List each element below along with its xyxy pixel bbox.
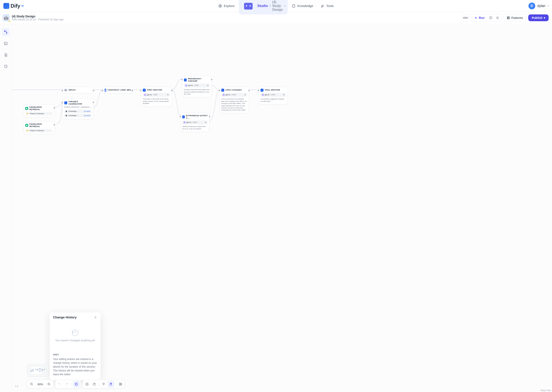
left-rail xyxy=(0,24,11,392)
logo-cursor-icon xyxy=(21,6,24,6)
svg-rect-6 xyxy=(507,17,508,18)
node-variable-aggregator[interactable]: xVARIABLE AGGREGATOR ASSIGN VARIABLESarr… xyxy=(62,99,93,119)
llm-icon xyxy=(182,115,185,118)
node-ext-tag: CHAT xyxy=(193,121,197,123)
wrench-icon xyxy=(321,4,325,8)
svg-rect-28 xyxy=(121,383,122,384)
node-construct-user-message[interactable]: CONSTRUCT_USER_MES... xyxy=(103,87,132,94)
nav-studio-label[interactable]: Studio xyxy=(257,4,268,8)
node-final-drafter[interactable]: FINAL DRAFTER gpt-4oCHAT◉ Incorporate su… xyxy=(259,87,288,104)
sub-header: 🤖 (4) Study Design Auto-Saved 20:15:19 ·… xyxy=(0,12,552,24)
svg-rect-29 xyxy=(119,384,120,385)
plus-icon[interactable]: + xyxy=(90,106,91,109)
chevron-down-icon[interactable]: ▾ xyxy=(285,5,286,7)
svg-point-19 xyxy=(185,80,186,80)
logo[interactable]: Dify xyxy=(3,3,24,9)
folder-icon: 📁 xyxy=(27,113,29,115)
undo-button[interactable] xyxy=(56,381,63,388)
list-check-icon xyxy=(496,16,499,20)
brand-name: Dify xyxy=(11,3,20,9)
env-button[interactable]: ENV xyxy=(462,14,469,21)
node-final-model: gpt-4o xyxy=(265,94,270,96)
node-knowledge-retrieval-2[interactable]: KNOWLEDGE RETRIEVAL 📁Phase 2 Protocols xyxy=(23,121,54,134)
publish-button[interactable]: Publish ▾ xyxy=(528,14,549,21)
history-icon xyxy=(72,330,78,336)
change-history-hint-title: HINT xyxy=(53,353,97,356)
publish-chevron-down-icon: ▾ xyxy=(544,16,545,20)
node-final-title: FINAL DRAFTER xyxy=(265,89,280,91)
inputs-emoji-icon: 🤖 xyxy=(64,89,67,92)
zoom-out-button[interactable] xyxy=(28,381,35,388)
username[interactable]: dylan xyxy=(537,4,545,8)
note-button[interactable] xyxy=(91,381,98,388)
node-cum-title: CONSTRUCT_USER_MES... xyxy=(108,89,133,91)
model-icon xyxy=(183,121,186,123)
svg-rect-9 xyxy=(509,18,510,19)
run-group: Run xyxy=(471,14,501,22)
canvas[interactable]: 🤖INPUTS KNOWLEDGE RETRIEVAL 📁Phase 2 Pro… xyxy=(11,24,552,392)
schedule-button[interactable] xyxy=(488,15,494,21)
nav-tools-label: Tools xyxy=(326,4,334,8)
svg-rect-14 xyxy=(26,108,27,109)
node-va-k1: Knowledge ... xyxy=(69,110,78,112)
llm-icon xyxy=(221,89,224,92)
zoom-in-button[interactable] xyxy=(46,381,52,388)
checklist-button[interactable] xyxy=(494,15,501,21)
workflow-icon xyxy=(4,30,8,34)
node-extraneous-output[interactable]: EXTRANEOUS OUTPUT C... gpt-4oCHAT◉ Ident… xyxy=(180,113,210,132)
node-knowledge-retrieval-1[interactable]: KNOWLEDGE RETRIEVAL 📁Phase 2 Protocols xyxy=(23,104,54,117)
svg-rect-7 xyxy=(509,17,510,18)
hand-button[interactable] xyxy=(108,381,114,388)
rail-debug-button[interactable] xyxy=(2,40,10,47)
run-button[interactable]: Run xyxy=(472,15,487,21)
undo-icon xyxy=(58,382,61,386)
nav-app-name[interactable]: (4) Study Design xyxy=(272,0,283,12)
avatar[interactable]: D xyxy=(528,3,535,9)
llm-icon xyxy=(143,89,146,92)
main: 🤖INPUTS KNOWLEDGE RETRIEVAL 📁Phase 2 Pro… xyxy=(0,24,552,392)
node-first-drafter[interactable]: FIRST DRAFTER gpt-4oCHAT◉ Generates a fi… xyxy=(141,87,172,107)
close-icon[interactable] xyxy=(94,316,97,319)
svg-rect-15 xyxy=(26,125,27,126)
collapse-rail-button[interactable] xyxy=(15,384,19,389)
svg-rect-11 xyxy=(6,32,7,34)
node-ext-title: EXTRANEOUS OUTPUT C... xyxy=(186,115,208,119)
change-history-hint-body: Your editing actions are tracked in a ch… xyxy=(53,357,97,376)
nav-explore-label: Explore xyxy=(224,4,235,8)
add-node-button[interactable] xyxy=(84,381,90,388)
node-kr2-folder: Phase 2 Protocols xyxy=(30,130,44,132)
node-red-tag: CHAT xyxy=(194,84,199,87)
svg-point-20 xyxy=(183,117,184,117)
node-first-desc: Generates a first-draft of the study des… xyxy=(143,98,170,105)
node-first-model: gpt-4o xyxy=(147,94,152,96)
organize-button[interactable] xyxy=(117,381,124,388)
zoom-level[interactable]: 60% xyxy=(35,383,45,386)
knowledge-icon xyxy=(25,124,28,127)
redo-button[interactable] xyxy=(63,381,70,388)
rail-monitor-button[interactable] xyxy=(2,63,10,70)
zoom-group: 60% xyxy=(27,380,53,389)
svg-rect-17 xyxy=(105,90,106,91)
compass-icon xyxy=(218,4,222,8)
svg-rect-30 xyxy=(121,384,122,385)
features-button[interactable]: Features xyxy=(503,14,526,21)
app-subtitle: Auto-Saved 20:15:19 · Published 18 days … xyxy=(12,18,64,21)
node-va-res2: result xyxy=(86,115,90,116)
rail-logs-button[interactable] xyxy=(2,51,10,59)
node-apply-changes[interactable]: APPLY CHANGES gpt-4oCHAT◉ Turns comments… xyxy=(219,87,249,113)
rail-workflow-button[interactable] xyxy=(2,28,10,36)
node-apply-tag: CHAT xyxy=(232,94,236,96)
play-icon xyxy=(475,16,477,19)
folder-icon: 📁 xyxy=(27,130,29,132)
history-toggle-button[interactable] xyxy=(73,381,80,388)
node-redundancy-checker[interactable]: REDUNDANCY CHECKER gpt-4oCHAT◉ Identify … xyxy=(182,76,212,97)
user-chevron-down-icon[interactable]: ▾ xyxy=(548,5,549,7)
node-inputs[interactable]: 🤖INPUTS xyxy=(62,87,93,94)
pointer-button[interactable] xyxy=(100,381,107,388)
zoom-out-icon xyxy=(30,382,33,386)
minimap[interactable] xyxy=(27,364,48,377)
svg-rect-8 xyxy=(507,18,508,19)
app-icon[interactable]: 🤖 xyxy=(3,14,10,21)
eye-icon: ◉ xyxy=(207,84,209,87)
llm-icon xyxy=(184,78,187,81)
